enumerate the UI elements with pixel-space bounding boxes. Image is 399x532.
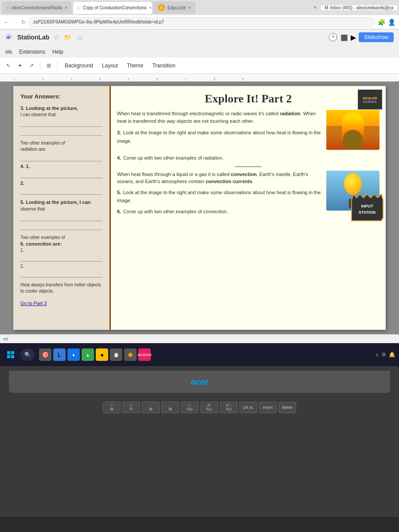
cursor-icon[interactable]: ✦ [15,61,25,70]
tab-3-close[interactable]: × [188,5,191,10]
key-f8[interactable]: → f8 [142,402,160,413]
tab-3-icon: E [158,4,165,11]
tab-2-label: Copy of ConductionConvectiona [83,5,146,10]
taskbar-app-4[interactable]: ▲ [82,348,94,361]
divider-1 [40,61,40,70]
menu-tools[interactable]: ols [5,49,12,55]
tab-background[interactable]: Background [61,61,97,70]
address-bar: ← → ↻ 🧩 👤 [0,15,399,29]
key-insert[interactable]: insert [259,402,277,413]
menu-extensions[interactable]: Extensions [19,49,45,55]
present-icon[interactable]: ▶ [351,33,356,42]
q3-blank [20,120,102,127]
taskbar-search[interactable]: 🔍 [20,348,35,361]
q3-label: 3. Looking at the picture, [20,105,102,112]
intro-text: When heat is transferred through electro… [117,110,323,125]
tab-transition[interactable]: Transition [149,61,179,70]
taskbar-app-6[interactable]: 📋 [110,348,122,361]
balloon-section: INPUT STATION [326,171,379,215]
q5-blank2 [20,223,102,230]
taskbar-app-1[interactable]: 🎯 [39,348,51,361]
key-f12[interactable]: 🔊+ f12 [220,402,238,413]
q4b-label: 2. [20,180,102,187]
drive-icon[interactable]: 📁 [64,34,71,41]
tab-layout[interactable]: Layout [98,61,121,70]
fire-image [326,110,379,150]
key-f9[interactable]: ↓ f9 [161,402,179,413]
tray-wifi-icon[interactable]: ⚙ [381,352,386,358]
tray-expand-icon[interactable]: ∧ [376,352,379,357]
app-logo-icon: ⚗️ [5,34,13,41]
nav-refresh-icon[interactable]: ↻ [21,19,26,25]
search-taskbar-icon: 🔍 [24,352,31,358]
layout-icon[interactable]: ▦ [340,32,348,42]
q5-blank [20,214,102,221]
go-to-part3-link[interactable]: Go to Part 3 [20,301,47,306]
tab-1-close[interactable]: × [65,5,67,10]
svg-rect-3 [7,355,10,358]
heat-note: Heat always transfers from hotter object… [20,282,102,294]
arrow-icon[interactable]: ↗ [27,61,36,70]
tab-2-close[interactable]: × [149,5,152,10]
share-icon[interactable]: ☁️ [76,34,83,41]
key-f8-label: → f8 [149,404,153,411]
address-input[interactable] [28,17,375,27]
key-f10[interactable]: 🖵 f10 [181,402,199,413]
text-icon[interactable]: ⊞ [44,61,54,70]
taskbar-app-3[interactable]: ● [67,348,80,361]
key-f7[interactable]: ⊙ f7 [122,402,140,413]
tab-1[interactable]: □ ctionConvectionandRadia × [2,1,72,14]
q6-label: Two other examples of [20,235,102,241]
tray-notification-icon[interactable]: 🔔 [389,352,395,358]
key-f6[interactable]: ☀ f6 [103,402,121,413]
key-f11[interactable]: 🔊 f11 [200,402,218,413]
key-insert-label: insert [263,405,273,410]
toolbar-icons: ↖ ✦ ↗ ⊞ [4,61,54,70]
key-delete[interactable]: delete [278,402,296,413]
taskbar-app-5[interactable]: ■ [96,348,108,361]
nav-back-icon[interactable]: ← [4,19,10,26]
radiation-text: When heat is transferred through electro… [117,110,323,150]
q6-area: 6. Come up with two other examples of co… [117,207,323,215]
slide-left-panel: Your Answers: 3. Looking at the picture,… [13,86,111,330]
laptop-hinge: acer [9,371,390,393]
q3b-item: Two other examples of radiation are: 4. … [20,140,102,195]
taskbar-app-7[interactable]: 🔶 [124,348,137,361]
extensions-icon[interactable]: 🧩 [378,19,385,26]
windows-start-icon[interactable] [4,348,18,362]
bookmark-star-icon[interactable]: ☆ [54,34,59,41]
q3-blank2 [20,129,102,136]
q5-num: 5. [117,190,121,195]
q6-item: Two other examples of 6. convection are:… [20,235,102,278]
q3-text: I can observe that [20,112,102,118]
select-icon[interactable]: ↖ [4,61,13,70]
key-prtsc[interactable]: prt sc [239,402,257,413]
status-strip: es [0,334,399,343]
close-window-icon[interactable]: × [313,4,317,11]
q4b-blank [20,171,102,178]
key-f7-label: ⊙ f7 [129,403,133,411]
history-icon[interactable]: 🕐 [328,32,338,42]
tab-3[interactable]: E Edpuzzle × [153,1,196,14]
key-f12-label: 🔊+ f12 [226,403,231,411]
secondary-toolbar: ↖ ✦ ↗ ⊞ Background Layout Theme Transiti… [0,58,399,74]
svg-rect-2 [11,351,14,354]
go-to-part3-item[interactable]: Go to Part 3 [20,299,102,307]
taskbar-app-2[interactable]: L [53,348,66,361]
laptop-bottom: acer ☀ f6 ⊙ f7 → f8 [0,366,399,517]
browser-chrome: □ ctionConvectionandRadia × □ Copy of Co… [0,0,399,82]
nav-forward-icon[interactable]: → [12,19,19,26]
q3-item: 3. Looking at the picture, I can observe… [20,105,102,136]
profile-icon[interactable]: 👤 [388,19,395,26]
slideshow-button[interactable]: Slideshow [359,32,394,42]
tab-2[interactable]: □ Copy of ConductionConvectiona × [73,1,153,14]
input-station-zigzag: INPUT STATION [351,193,384,222]
menu-help[interactable]: Help [52,49,63,55]
taskbar-app-8[interactable]: amazon [138,348,151,361]
fn-key-row: ☀ f6 ⊙ f7 → f8 ↓ f9 [18,402,381,413]
tab-1-label: ctionConvectionandRadia [12,5,62,10]
slide-title: Explore It! Part 2 [117,92,379,106]
kesler-line1: KESLER [363,96,377,100]
tab-bar: □ ctionConvectionandRadia × □ Copy of Co… [0,0,399,15]
tab-theme[interactable]: Theme [123,61,147,70]
